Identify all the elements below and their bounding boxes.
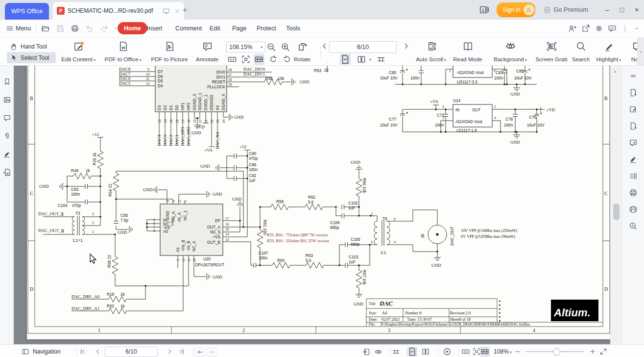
single-page-view-icon[interactable] xyxy=(340,54,351,65)
signature-panel-icon[interactable] xyxy=(3,150,11,158)
annotate-button[interactable]: Annotate xyxy=(193,41,221,62)
rotate-left-icon[interactable] xyxy=(268,54,278,64)
attachments-panel-icon[interactable] xyxy=(3,132,11,140)
menu-tab-comment[interactable]: Comment xyxy=(175,20,202,37)
fit-width-icon[interactable] xyxy=(254,54,264,65)
pointer-mode-icon[interactable] xyxy=(362,348,371,356)
zoom-out-icon[interactable] xyxy=(266,42,277,52)
split-view-icon[interactable] xyxy=(629,172,638,180)
next-page-icon[interactable] xyxy=(402,42,410,51)
more-menu-icon[interactable] xyxy=(621,25,629,32)
scrollbar-thumb[interactable] xyxy=(613,204,620,220)
collapse-ribbon-icon[interactable] xyxy=(633,25,640,32)
document-area[interactable]: DAC89D7DAC710D6DAC611D5DAC512D4DIV028DAC… xyxy=(14,66,611,344)
find-replace-icon[interactable]: A xyxy=(629,222,638,230)
settings-icon[interactable] xyxy=(595,24,603,33)
continuous-scroll-icon[interactable] xyxy=(392,348,400,356)
window-stack-button[interactable]: 1 xyxy=(479,4,490,15)
search-button[interactable]: Search xyxy=(570,41,592,62)
insert-page-icon[interactable] xyxy=(629,88,638,97)
extract-page-icon[interactable] xyxy=(629,122,638,130)
background-button[interactable]: Background▾ xyxy=(490,41,531,62)
bookmarks-panel-icon[interactable] xyxy=(3,77,11,86)
panel-drag-handle-icon[interactable] xyxy=(629,72,638,80)
menu-tab-edit[interactable]: Edit xyxy=(210,20,220,37)
last-page-icon[interactable] xyxy=(177,348,185,356)
page-number-input[interactable]: 6/10 xyxy=(329,41,397,53)
actual-size-icon-status[interactable]: 1:1 xyxy=(461,347,470,356)
vertical-scrollbar[interactable]: ▴ xyxy=(610,66,622,344)
zoom-minus-icon[interactable] xyxy=(514,348,521,355)
go-premium-button[interactable]: Go Premium xyxy=(543,6,588,14)
first-page-icon[interactable] xyxy=(79,348,87,356)
zoom-in-icon[interactable] xyxy=(280,42,291,52)
edit-page-icon[interactable] xyxy=(629,105,638,114)
fit-width-icon-status[interactable] xyxy=(480,347,490,357)
fit-page-icon[interactable] xyxy=(241,54,251,64)
hand-tool-button[interactable]: Hand Tool xyxy=(7,41,56,52)
previous-page-icon[interactable] xyxy=(320,42,329,51)
document-tab[interactable]: P SCHEMATIC-MO...RD-rev30.pdf xyxy=(53,2,184,20)
two-page-icon-status[interactable] xyxy=(421,347,430,356)
menu-tab-page[interactable]: Page xyxy=(232,20,246,37)
zoom-plus-icon[interactable] xyxy=(589,348,596,355)
prev-page-icon[interactable] xyxy=(94,348,102,356)
redo-icon[interactable] xyxy=(100,24,109,33)
share-icon[interactable] xyxy=(581,24,590,33)
new-tab-button[interactable] xyxy=(181,6,189,14)
pdf-to-picture-button[interactable]: PDF to Picture xyxy=(146,41,193,62)
page-view-caret[interactable]: ▾ xyxy=(369,57,371,62)
status-zoom-value[interactable]: 108%▾ xyxy=(494,348,512,355)
menu-tab-home[interactable]: Home xyxy=(118,22,147,34)
two-page-view-icon[interactable] xyxy=(357,54,366,64)
fullscreen-icon[interactable] xyxy=(599,348,607,356)
play-icon[interactable] xyxy=(443,347,452,356)
undo-icon[interactable] xyxy=(85,24,94,33)
tab-close-icon[interactable] xyxy=(174,8,180,14)
scroll-up-icon[interactable]: ▴ xyxy=(614,69,617,74)
menu-tab-protect[interactable]: Protect xyxy=(257,20,276,37)
actual-size-icon[interactable]: 1:1 xyxy=(227,54,237,64)
sign-in-button[interactable]: Sign in xyxy=(497,2,535,17)
images-panel-icon[interactable] xyxy=(3,96,11,104)
previous-view-button[interactable] xyxy=(195,348,205,357)
menu-tab-tools[interactable]: Tools xyxy=(286,20,300,37)
auto-scroll-button[interactable]: Auto Scroll▾ xyxy=(414,41,448,62)
wps-office-button[interactable]: WPS Office xyxy=(5,3,49,20)
status-page-input[interactable]: 6/10 xyxy=(105,347,158,357)
select-tool-button[interactable]: Select Tool xyxy=(7,52,56,63)
booklet-view-icon[interactable] xyxy=(629,205,638,214)
zoom-slider-thumb[interactable] xyxy=(553,348,560,356)
navigation-toggle[interactable]: Navigation xyxy=(22,345,61,357)
menu-icon[interactable] xyxy=(6,25,14,32)
open-file-icon[interactable] xyxy=(41,24,50,33)
menu-label[interactable]: Menu xyxy=(16,25,31,32)
tab-monitor-icon[interactable] xyxy=(163,7,170,15)
save-icon[interactable] xyxy=(56,24,65,33)
toolbar-expand-button[interactable]: › xyxy=(637,38,644,65)
feedback-icon[interactable] xyxy=(608,24,617,33)
comments-panel-icon[interactable] xyxy=(3,114,11,122)
eye-protect-icon[interactable] xyxy=(374,348,382,356)
single-page-icon-status[interactable] xyxy=(407,347,417,357)
close-button[interactable]: × xyxy=(629,3,644,17)
next-view-button[interactable] xyxy=(207,348,216,357)
rotate-button[interactable]: Rotate xyxy=(290,41,314,62)
minimize-button[interactable]: – xyxy=(600,3,615,17)
print-tool-icon[interactable] xyxy=(629,188,638,197)
zoom-slider[interactable] xyxy=(525,351,584,352)
next-page-icon-status[interactable] xyxy=(166,348,173,356)
menu-tab-insert[interactable]: Insert xyxy=(147,20,162,37)
zoom-level-select[interactable]: 108.15%▾ xyxy=(226,42,265,52)
continuous-view-icon[interactable] xyxy=(376,54,386,64)
pdf-export-panel-icon[interactable]: W xyxy=(3,168,11,177)
share-user-icon[interactable] xyxy=(568,24,577,33)
annotate-page-icon[interactable] xyxy=(629,138,638,147)
highlight-button[interactable]: Highlight▾ xyxy=(594,41,624,62)
read-mode-button[interactable]: Read Mode xyxy=(452,41,484,62)
edit-content-button[interactable]: Edit Content▾ xyxy=(57,41,100,62)
print-icon[interactable] xyxy=(71,24,79,33)
screen-grab-button[interactable]: Screen Grab xyxy=(535,41,568,62)
maximize-button[interactable]: □ xyxy=(615,3,629,17)
pdf-to-office-button[interactable]: W PDF to Office▾ xyxy=(101,41,145,62)
